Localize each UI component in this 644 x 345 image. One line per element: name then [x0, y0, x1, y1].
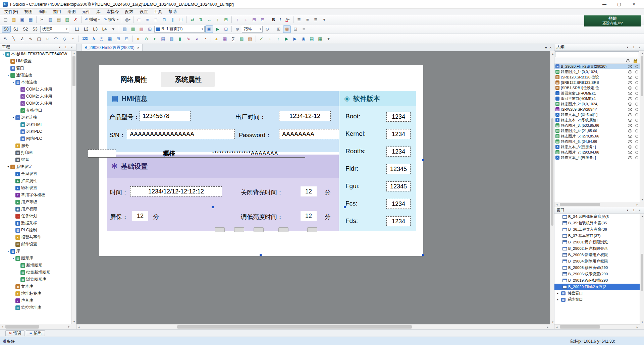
- tab-close-all-icon[interactable]: ×: [549, 46, 551, 50]
- project-vertical-scrollbar[interactable]: ▲ ▼: [71, 51, 76, 324]
- state-s2-button[interactable]: S2: [21, 26, 30, 33]
- window-item-1[interactable]: B_35:包装机弹出窗(35: [554, 220, 640, 226]
- menu-item-2[interactable]: 编辑: [36, 9, 50, 15]
- scroll-right-icon[interactable]: ►: [635, 202, 640, 207]
- tree-item-0[interactable]: ▾▣本地HMI FE6370WE/FE6400W: [0, 51, 71, 58]
- selection-handle[interactable]: [212, 206, 214, 208]
- visibility-eye-icon[interactable]: [628, 65, 632, 68]
- minimize-button[interactable]: —: [597, 0, 612, 8]
- distribute-h-icon[interactable]: ⇄: [189, 16, 196, 23]
- ascii-input-icon[interactable]: ▥: [168, 35, 175, 43]
- backlight-off-field[interactable]: 12: [301, 186, 317, 196]
- redo-button[interactable]: ↷恢复▾: [102, 16, 120, 23]
- align-right-icon[interactable]: ⊐: [152, 16, 160, 23]
- grid-toggle-icon[interactable]: ⊞: [275, 25, 282, 33]
- macro-tool-icon[interactable]: ∑: [229, 35, 237, 43]
- screensaver-field[interactable]: 12: [132, 211, 148, 221]
- window-item-10[interactable]: B_29019:WiFi扫描(290: [554, 277, 640, 284]
- lock-radio-icon[interactable]: [635, 151, 638, 154]
- project-horizontal-scrollbar[interactable]: ◄ ►: [0, 324, 71, 329]
- tree-item-22[interactable]: ◉用户权限: [0, 206, 71, 213]
- lock-radio-icon[interactable]: [635, 92, 638, 95]
- project-menu-icon[interactable]: ▾: [57, 46, 62, 49]
- keyboard-tool-icon[interactable]: ▤: [308, 35, 316, 43]
- state-s0-button[interactable]: S0: [2, 26, 11, 33]
- scroll-left-icon[interactable]: ◄: [554, 202, 559, 207]
- selection-handle[interactable]: [260, 254, 262, 256]
- windows-horizontal-scrollbar[interactable]: ◄ ►: [554, 324, 640, 329]
- selection-handle[interactable]: [422, 254, 424, 256]
- sector-tool-icon[interactable]: ◔: [69, 35, 76, 43]
- lock-radio-icon[interactable]: [635, 76, 638, 79]
- scroll-thumb[interactable]: [641, 56, 643, 96]
- delete-icon[interactable]: ✗: [72, 16, 79, 23]
- ellipse-tool-icon[interactable]: ○: [44, 35, 51, 43]
- tree-expander-icon[interactable]: ▾: [6, 250, 10, 253]
- simulate-offline-icon[interactable]: ▶: [283, 35, 290, 43]
- outline-item-17[interactable]: A静态文本_4:[云服务: ]: [554, 155, 640, 160]
- lang-l2-button[interactable]: L2: [82, 26, 90, 33]
- tree-item-35[interactable]: ♪声音库: [0, 297, 71, 304]
- scroll-thumb[interactable]: [72, 56, 75, 86]
- design-tab-system[interactable]: 系统属性: [161, 72, 215, 87]
- lock-radio-icon[interactable]: [635, 81, 638, 84]
- software-row-field[interactable]: 12345: [386, 164, 411, 174]
- tree-item-36[interactable]: ▥监控地址库: [0, 304, 71, 311]
- outline-item-6[interactable]: ←返回主窗口(HOME):1: [554, 96, 640, 101]
- lock-radio-icon[interactable]: [635, 135, 638, 138]
- menu-item-4[interactable]: 绘图: [64, 9, 79, 15]
- factory-date-field[interactable]: 1234-12-12: [279, 111, 331, 121]
- redo-caret[interactable]: ▾: [117, 18, 118, 21]
- design-viewport[interactable]: 网络属性 系统属性 ▤ HMI信息 产品型号： 12345678 出厂时间： 1…: [76, 51, 550, 324]
- align-center-h-icon[interactable]: ≡: [144, 16, 151, 23]
- paste-icon[interactable]: ▤: [55, 16, 63, 23]
- close-button[interactable]: ✕: [627, 0, 641, 8]
- outline-item-0[interactable]: ⊞B_29020:Flink2设置(29020): [554, 64, 640, 69]
- clock-display-icon[interactable]: ◷: [98, 35, 105, 43]
- menu-item-7[interactable]: 宏指令: [103, 9, 122, 15]
- windows-pin-icon[interactable]: ⊥: [631, 209, 636, 212]
- align-bottom-icon[interactable]: ⊔: [177, 16, 185, 23]
- window-item-12[interactable]: ▸▦键盘窗口: [554, 290, 640, 296]
- menu-item-10[interactable]: 工具: [151, 9, 165, 15]
- bring-front-icon[interactable]: ↑: [233, 16, 241, 23]
- same-size-icon[interactable]: ⊞: [222, 16, 230, 23]
- outline-item-9[interactable]: A静态文本_1:[网络属性]: [554, 112, 640, 117]
- software-row-field[interactable]: 1234: [386, 199, 411, 209]
- lock-radio-icon[interactable]: [635, 156, 638, 159]
- scroll-down-icon[interactable]: ▼: [640, 320, 644, 324]
- outline-item-5[interactable]: ←返回主窗口(HOME):1: [554, 91, 640, 96]
- outline-horizontal-scrollbar[interactable]: ◄ ►: [554, 202, 640, 207]
- time-field[interactable]: 1234/12/12-12:12:12: [130, 186, 222, 196]
- visibility-eye-icon[interactable]: [628, 81, 632, 84]
- bold-button[interactable]: B: [270, 16, 277, 23]
- outline-item-1[interactable]: ▧静态图片_1: [0,0,1024,: [554, 69, 640, 74]
- font-color-button[interactable]: A▾: [283, 16, 291, 23]
- outline-item-3[interactable]: ▥[SRB122,SRB123,SRB: [554, 80, 640, 85]
- snap-toggle-icon[interactable]: ⊠: [283, 25, 291, 33]
- number-display-button[interactable]: 123: [80, 36, 90, 42]
- window-list-icon[interactable]: ⊞: [146, 25, 154, 33]
- software-row-field[interactable]: 1234: [386, 147, 411, 157]
- format-brush-icon[interactable]: ▨: [63, 16, 71, 23]
- same-height-icon[interactable]: ↕: [214, 16, 221, 23]
- windows-close-icon[interactable]: ×: [637, 209, 642, 212]
- document-tab[interactable]: B_29020:Flink2设置(29020) ×: [81, 44, 143, 51]
- scroll-up-icon[interactable]: ▲: [72, 51, 76, 55]
- align-middle-v-icon[interactable]: ∥: [169, 16, 176, 23]
- scroll-right-icon[interactable]: ►: [635, 325, 640, 329]
- window-copy-icon[interactable]: ▦: [129, 25, 137, 33]
- scroll-left-icon[interactable]: ◄: [76, 325, 81, 329]
- polyline-tool-icon[interactable]: ∠: [18, 35, 26, 43]
- window-item-3[interactable]: B_37:基本窗口(37): [554, 233, 640, 239]
- scroll-down-icon[interactable]: ▼: [72, 319, 76, 324]
- windows-vertical-scrollbar[interactable]: ▲ ▼: [640, 214, 644, 324]
- lock-radio-icon[interactable]: [635, 103, 638, 106]
- state-select-caret[interactable]: ▾: [66, 27, 67, 31]
- download-icon[interactable]: ↓: [266, 35, 274, 43]
- alarm-display-icon[interactable]: ▲: [213, 35, 220, 43]
- visibility-eye-icon[interactable]: [628, 129, 632, 132]
- state-s1-button[interactable]: S1: [11, 26, 20, 33]
- software-row-field[interactable]: 1234: [386, 216, 411, 226]
- window-preview-icon[interactable]: ▶: [214, 25, 221, 33]
